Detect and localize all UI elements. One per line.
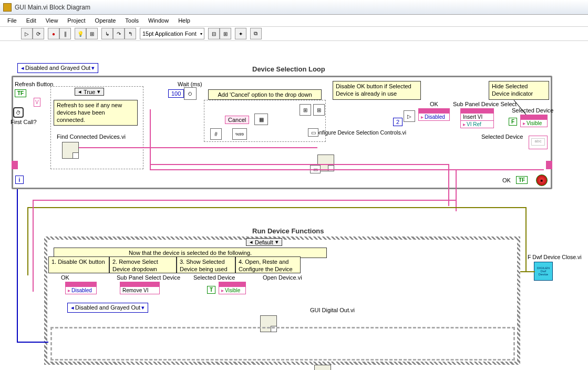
- false-const[interactable]: F: [509, 118, 517, 126]
- wire-olive-h: [27, 207, 527, 208]
- ok-out-label: OK: [502, 177, 511, 183]
- step2-box: 2. Remove Select Device dropdown: [109, 256, 177, 273]
- disabled-state-tag[interactable]: Disabled and Grayed Out: [17, 63, 98, 73]
- wait-constant[interactable]: 100: [168, 89, 184, 98]
- loop-stop-terminal[interactable]: [536, 174, 548, 186]
- gui-digital-out-label: GUI Digital Out.vi: [310, 307, 355, 313]
- menu-tools[interactable]: Tools: [121, 16, 143, 25]
- distribute-button[interactable]: ⊞: [220, 28, 231, 39]
- select-node[interactable]: ▷: [404, 110, 415, 122]
- close-vi-label: F Dwf Device Close.vi: [528, 254, 582, 260]
- open-device-label: Open Device.vi: [263, 274, 302, 281]
- wire: [150, 169, 544, 170]
- vi-ref-text: VI Ref: [467, 121, 481, 127]
- ok-property-node[interactable]: ▸Disabled: [418, 108, 450, 121]
- case-selector-default[interactable]: Default: [246, 238, 282, 246]
- shift-reg-left: [12, 161, 18, 169]
- const-2[interactable]: 2: [393, 118, 403, 126]
- menu-file[interactable]: File: [3, 16, 21, 25]
- wire-blue-v: [17, 189, 18, 342]
- refresh-button-label: Refresh Button: [15, 81, 53, 87]
- refresh-comment: Refresh to see if any new devices have b…: [54, 100, 138, 126]
- block-diagram-canvas[interactable]: Disabled and Grayed Out Device Selection…: [0, 41, 588, 370]
- ok-prop-label: OK: [430, 101, 438, 107]
- tunnel-0: ▭: [308, 128, 318, 137]
- subpanel-label: Sub Panel Device Select: [453, 101, 517, 107]
- first-call-label: First Call?: [11, 119, 37, 125]
- selected-device-ind-label: Selected Device: [481, 133, 523, 140]
- toolbar: ▷ ⟳ ● ∥ 💡 ⊞ ↳ ↷ ↰ 15pt Application Font …: [0, 26, 588, 41]
- menu-view[interactable]: View: [42, 16, 63, 25]
- wait-ms-node[interactable]: ⏲: [184, 87, 197, 100]
- build-array-node[interactable]: ▦: [254, 114, 268, 125]
- menu-operate[interactable]: Operate: [91, 16, 120, 25]
- run-button[interactable]: ▷: [21, 28, 33, 39]
- visible-prop-text: Visible: [527, 120, 542, 126]
- reorder-button[interactable]: ⧉: [250, 28, 262, 39]
- ok2-property-node[interactable]: ▸Disabled: [65, 282, 97, 294]
- selected-device-label: Selected Device: [512, 107, 554, 114]
- highlight-button[interactable]: 💡: [75, 28, 86, 39]
- menu-edit[interactable]: Edit: [22, 16, 40, 25]
- close-device-vi[interactable]: DIGILEN Dwf Device: [534, 262, 553, 281]
- refresh-button-terminal[interactable]: TF: [15, 89, 26, 97]
- subpanel2-label: Sub Panel Select Device: [117, 274, 180, 281]
- remove-vi-text: Remove VI: [122, 287, 148, 293]
- window-title: GUI Main.vi Block Diagram: [15, 4, 90, 11]
- menu-window[interactable]: Window: [144, 16, 173, 25]
- retain-button[interactable]: ⊞: [86, 28, 98, 39]
- loop2-title: Run Device Functions: [252, 227, 324, 235]
- step-into-button[interactable]: ↳: [101, 28, 113, 39]
- wire-olive-h2: [520, 271, 535, 272]
- cancel-constant[interactable]: Cancel: [225, 116, 249, 124]
- step3-box: 3. Show Selected Device being used: [177, 256, 235, 273]
- iteration-terminal: i: [15, 176, 24, 184]
- titlebar: GUI Main.vi Block Diagram: [0, 0, 588, 15]
- wire-blue-h: [17, 342, 48, 343]
- shift-reg-right: [546, 161, 552, 169]
- selected-device2-prop[interactable]: ▸Visible: [219, 282, 246, 294]
- wire: [150, 164, 448, 165]
- subpanel-invoke-node[interactable]: Insert VI ▸VI Ref: [460, 108, 494, 128]
- bundle-node-1[interactable]: ⊞: [300, 104, 311, 116]
- format-node[interactable]: %99: [232, 128, 247, 140]
- run-cont-button[interactable]: ⟳: [33, 28, 44, 39]
- font-select[interactable]: 15pt Application Font: [140, 28, 204, 39]
- find-devices-label: Find Connected Devices.vi: [57, 133, 126, 140]
- wire: [79, 147, 317, 148]
- step4-box: 4. Open, Reste and Configure the Device: [235, 256, 301, 273]
- step-over-button[interactable]: ↷: [113, 28, 125, 39]
- selected-device-indicator[interactable]: abc: [529, 136, 548, 149]
- inner-sequence: [50, 327, 515, 361]
- case-selector-true[interactable]: True: [75, 88, 104, 96]
- array-index-node[interactable]: #: [210, 128, 222, 140]
- pause-button[interactable]: ∥: [59, 28, 71, 39]
- find-devices-vi[interactable]: [62, 142, 79, 159]
- hide-device-comment: Hide Selected Device indicator: [489, 81, 549, 100]
- align-button[interactable]: ⊟: [208, 28, 220, 39]
- wait-label: Wait (ms): [178, 81, 202, 87]
- visible2-text: Visible: [225, 287, 240, 293]
- selected-device-prop[interactable]: ▸Visible: [520, 115, 548, 127]
- step1-box: 1. Disable OK button: [48, 256, 109, 273]
- bundle-node-2[interactable]: ⊞: [313, 104, 325, 116]
- wire-pink-h1: [33, 200, 456, 201]
- insert-vi-text: Insert VI: [463, 114, 482, 120]
- wire-olive-v: [27, 207, 28, 275]
- abort-button[interactable]: ●: [48, 28, 59, 39]
- menu-help[interactable]: Help: [174, 16, 194, 25]
- first-call-node[interactable]: ⏱: [13, 107, 24, 118]
- gui-digital-out-vi[interactable]: [314, 365, 331, 370]
- menu-project[interactable]: Project: [63, 16, 89, 25]
- loop1-title: Device Selection Loop: [252, 65, 325, 73]
- subpanel2-invoke[interactable]: Remove VI: [120, 282, 160, 294]
- wire-olive-v2: [525, 207, 527, 271]
- wire: [456, 169, 457, 211]
- selected-device2-label: Selected Device: [193, 274, 235, 281]
- disabled-state-tag-2[interactable]: Disabled and Grayed Out: [67, 303, 148, 313]
- disabled2-text: Disabled: [71, 287, 92, 293]
- ok-out-terminal[interactable]: TF: [516, 176, 528, 184]
- step-out-button[interactable]: ↰: [125, 28, 136, 39]
- cleanup-button[interactable]: ✦: [235, 28, 246, 39]
- true-const[interactable]: T: [207, 286, 215, 294]
